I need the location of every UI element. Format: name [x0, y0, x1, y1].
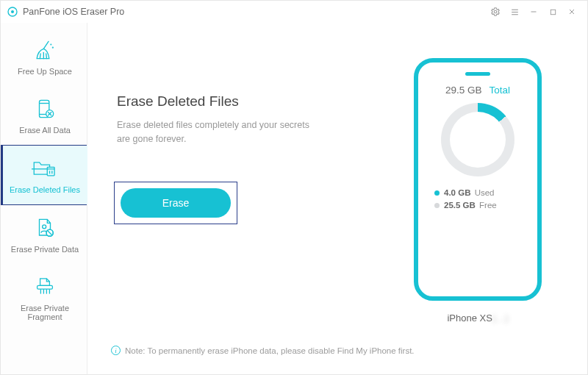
storage-total: 29.5 GB Total	[445, 85, 510, 96]
svg-rect-7	[551, 10, 555, 14]
storage-free-value: 25.5 GB	[444, 201, 476, 210]
footer-note-text: Note: To permanently erase iPhone data, …	[125, 346, 415, 355]
phone-erase-icon	[30, 96, 60, 121]
erase-button[interactable]: Erase	[121, 188, 231, 218]
page-description: Erase deleted files completely and your …	[117, 118, 323, 146]
sidebar-item-erase-deleted-files[interactable]: Erase Deleted Files	[1, 145, 87, 205]
device-name: iPhone XS(…)	[447, 312, 508, 324]
svg-line-13	[46, 54, 47, 59]
sidebar: Free Up Space Erase All Data	[1, 23, 87, 374]
svg-line-11	[40, 54, 40, 59]
sidebar-item-label: Erase Private Data	[11, 245, 79, 254]
sidebar-item-free-up-space[interactable]: Free Up Space	[1, 27, 87, 86]
svg-point-1	[11, 10, 14, 13]
sidebar-item-label: Erase All Data	[19, 126, 71, 135]
svg-line-10	[43, 41, 49, 49]
storage-total-value: 29.5 GB	[445, 85, 482, 96]
sidebar-item-erase-private-data[interactable]: Erase Private Data	[1, 205, 87, 264]
svg-point-15	[52, 47, 53, 48]
sidebar-item-label: Erase Private Fragment	[6, 304, 84, 321]
storage-used-value: 4.0 GB	[444, 188, 470, 197]
folder-trash-icon	[30, 156, 60, 181]
storage-free-label: Free	[479, 201, 497, 210]
settings-button[interactable]	[486, 2, 505, 21]
dot-free-icon	[434, 203, 440, 208]
sidebar-item-erase-all-data[interactable]: Erase All Data	[1, 86, 87, 145]
svg-point-26	[43, 225, 46, 229]
close-button[interactable]	[562, 2, 581, 21]
info-icon: i	[111, 346, 121, 355]
sidebar-item-erase-private-fragment[interactable]: Erase Private Fragment	[1, 264, 87, 332]
phone-home-button-icon	[466, 265, 490, 289]
sidebar-item-label: Erase Deleted Files	[10, 185, 80, 194]
shredder-icon	[30, 274, 60, 299]
svg-point-2	[494, 10, 497, 13]
svg-point-14	[51, 44, 51, 45]
footer-note: i Note: To permanently erase iPhone data…	[111, 346, 415, 355]
maximize-button[interactable]	[543, 2, 562, 21]
main-panel: Erase Deleted Files Erase deleted files …	[87, 23, 587, 374]
svg-rect-22	[47, 167, 54, 175]
dot-used-icon	[434, 190, 440, 196]
storage-total-label: Total	[490, 85, 511, 96]
svg-rect-30	[37, 285, 53, 289]
sidebar-item-label: Free Up Space	[18, 67, 72, 76]
page-heading: Erase Deleted Files	[117, 93, 379, 110]
menu-button[interactable]	[505, 2, 524, 21]
broom-icon	[30, 38, 60, 63]
file-user-denied-icon	[30, 215, 60, 240]
app-logo-icon	[7, 6, 18, 18]
minimize-button[interactable]	[524, 2, 543, 21]
storage-donut-chart	[441, 103, 514, 176]
device-illustration: 29.5 GB Total 4.0 GB Used 25.5 GB Free	[414, 58, 542, 301]
storage-used-label: Used	[475, 188, 495, 197]
titlebar: PanFone iOS Eraser Pro	[1, 1, 587, 23]
app-title: PanFone iOS Eraser Pro	[23, 7, 124, 17]
erase-button-highlight: Erase	[114, 182, 237, 224]
storage-legend: 4.0 GB Used 25.5 GB Free	[434, 188, 497, 213]
